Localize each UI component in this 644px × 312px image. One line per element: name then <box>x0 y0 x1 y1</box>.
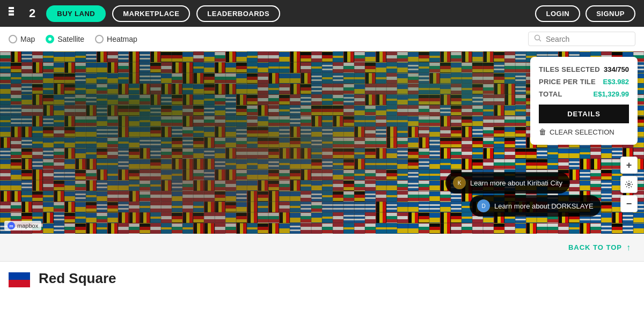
heatmap-radio-label: Heatmap <box>107 35 137 43</box>
leaderboards-button[interactable]: LEADERBOARDS <box>196 5 280 22</box>
satellite-radio-label: Satellite <box>57 35 84 43</box>
svg-rect-2 <box>9 13 14 16</box>
bottom-flag <box>9 272 30 287</box>
total-value: E$1,329.99 <box>593 90 629 98</box>
satellite-radio-group[interactable]: Satellite <box>46 35 84 43</box>
svg-point-3 <box>535 35 540 40</box>
tiles-selected-row: TILES SELECTED 334/750 <box>539 65 629 73</box>
svg-text:K: K <box>458 180 462 186</box>
back-to-top-bar: BACK TO TOP ↑ <box>0 234 644 262</box>
tiles-selected-label: TILES SELECTED <box>539 65 600 73</box>
price-per-tile-row: PRICE PER TILE E$3.982 <box>539 78 629 86</box>
svg-point-9 <box>628 183 630 185</box>
svg-rect-0 <box>9 7 14 9</box>
search-wrapper <box>528 32 635 46</box>
svg-line-4 <box>539 40 541 42</box>
heatmap-radio[interactable] <box>95 35 104 43</box>
back-to-top-label: BACK TO TOP <box>568 243 622 251</box>
map-radio-label: Map <box>20 35 35 43</box>
map-zoom-controls: + − <box>620 157 638 212</box>
map-radio-group[interactable]: Map <box>9 35 35 43</box>
zoom-out-button[interactable]: − <box>620 195 638 212</box>
bottom-section: Red Square <box>0 262 644 312</box>
login-button[interactable]: LOGIN <box>535 5 580 22</box>
map-controls-bar: Map Satellite Heatmap <box>0 27 644 51</box>
zoom-in-button[interactable]: + <box>620 157 638 174</box>
details-button[interactable]: DETAILS <box>539 105 629 123</box>
buy-land-button[interactable]: BUY LAND <box>46 5 106 22</box>
tooltip-dorkslay-text: Learn more about DORKSLAYE <box>494 202 594 210</box>
clear-selection-label: CLEAR SELECTION <box>550 128 614 136</box>
trash-icon: 🗑 <box>539 128 546 136</box>
mapbox-label: mapbox <box>17 222 38 229</box>
map-settings-button[interactable] <box>620 176 638 193</box>
search-input[interactable] <box>546 35 630 43</box>
total-label: TOTAL <box>539 90 562 98</box>
logo: 2 <box>9 6 35 20</box>
map-radio[interactable] <box>9 35 17 43</box>
back-to-top-link[interactable]: BACK TO TOP ↑ <box>568 243 631 252</box>
mapbox-attribution: m mapbox <box>4 221 41 231</box>
back-to-top-arrow: ↑ <box>626 243 631 252</box>
marketplace-button[interactable]: MARKETPLACE <box>112 5 190 22</box>
tiles-selected-value: 334/750 <box>604 65 629 73</box>
search-icon <box>534 34 541 43</box>
logo-icon <box>9 7 26 20</box>
tile-panel: TILES SELECTED 334/750 PRICE PER TILE E$… <box>530 57 638 145</box>
tooltip-dorkslay[interactable]: D Learn more about DORKSLAYE <box>470 195 601 217</box>
navbar: 2 BUY LAND MARKETPLACE LEADERBOARDS LOGI… <box>0 0 644 27</box>
price-per-tile-value: E$3.982 <box>603 78 629 86</box>
svg-text:D: D <box>481 203 485 209</box>
satellite-radio[interactable] <box>46 35 54 43</box>
svg-rect-1 <box>9 10 14 12</box>
signup-button[interactable]: SIGNUP <box>586 5 635 22</box>
heatmap-radio-group[interactable]: Heatmap <box>95 35 137 43</box>
tooltip-kiribati-text: Learn more about Kiribati City <box>470 179 562 187</box>
tooltip-kiribati[interactable]: K Learn more about Kiribati City <box>445 172 570 194</box>
logo-text: 2 <box>29 6 35 20</box>
total-row: TOTAL E$1,329.99 <box>539 90 629 98</box>
bottom-title: Red Square <box>39 270 116 287</box>
nav-right: LOGIN SIGNUP <box>535 5 635 22</box>
mapbox-logo: m <box>8 222 15 229</box>
tooltip-kiribati-avatar: K <box>453 176 466 189</box>
clear-selection-button[interactable]: 🗑 CLEAR SELECTION <box>539 128 629 136</box>
tooltip-dorkslay-avatar: D <box>477 199 490 212</box>
price-per-tile-label: PRICE PER TILE <box>539 78 596 86</box>
map-area[interactable]: TILES SELECTED 334/750 PRICE PER TILE E$… <box>0 51 644 234</box>
